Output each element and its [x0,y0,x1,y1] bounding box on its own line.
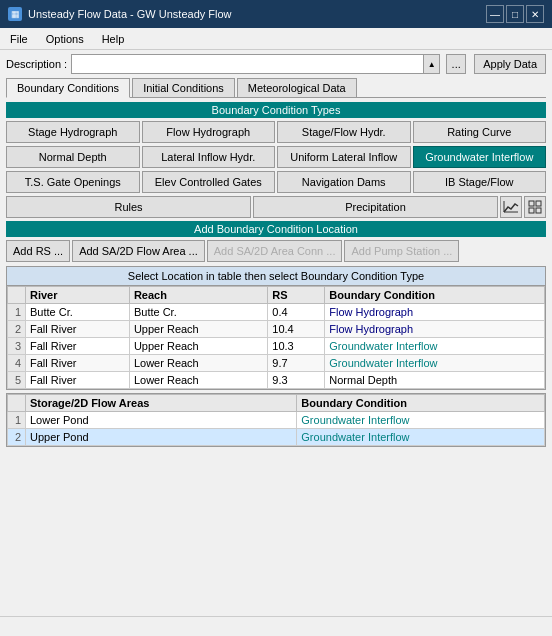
reach-cell: Upper Reach [129,321,267,338]
reach-cell: Upper Reach [129,338,267,355]
grid-icon-button[interactable] [524,196,546,218]
tabs-row: Boundary Conditions Initial Conditions M… [6,78,546,98]
bc-cell: Normal Depth [325,372,545,389]
svg-rect-5 [536,208,541,213]
storage-bc-cell: Groundwater Interflow [297,412,545,429]
rs-cell: 10.3 [268,338,325,355]
btn-elev-controlled[interactable]: Elev Controlled Gates [142,171,276,193]
btn-precipitation[interactable]: Precipitation [253,196,498,218]
btn-ts-gate-openings[interactable]: T.S. Gate Openings [6,171,140,193]
svg-rect-2 [529,201,534,206]
description-input[interactable] [71,54,424,74]
btn-stage-hydrograph[interactable]: Stage Hydrograph [6,121,140,143]
description-label: Description : [6,58,67,70]
table-row[interactable]: 5 Fall River Lower Reach 9.3 Normal Dept… [8,372,545,389]
window-title: Unsteady Flow Data - GW Unsteady Flow [28,8,232,20]
row-num: 2 [8,429,26,446]
table-row[interactable]: 4 Fall River Lower Reach 9.7 Groundwater… [8,355,545,372]
col-reach: Reach [129,287,267,304]
tab-boundary-conditions[interactable]: Boundary Conditions [6,78,130,98]
reach-cell: Butte Cr. [129,304,267,321]
rs-cell: 0.4 [268,304,325,321]
btn-flow-hydrograph[interactable]: Flow Hydrograph [142,121,276,143]
btn-lateral-inflow[interactable]: Lateral Inflow Hydr. [142,146,276,168]
table-row[interactable]: 1 Lower Pond Groundwater Interflow [8,412,545,429]
bc-cell: Flow Hydrograph [325,321,545,338]
add-pump-station-button[interactable]: Add Pump Station ... [344,240,459,262]
menu-options[interactable]: Options [42,32,88,46]
row-num: 4 [8,355,26,372]
maximize-button[interactable]: □ [506,5,524,23]
menu-file[interactable]: File [6,32,32,46]
svg-rect-4 [529,208,534,213]
spinner-up-button[interactable]: ▲ [424,54,440,74]
add-rs-button[interactable]: Add RS ... [6,240,70,262]
btn-uniform-lateral[interactable]: Uniform Lateral Inflow [277,146,411,168]
col-rs: RS [268,287,325,304]
status-bar [0,616,552,636]
row-num: 3 [8,338,26,355]
close-button[interactable]: ✕ [526,5,544,23]
reach-cell: Lower Reach [129,355,267,372]
btn-rules[interactable]: Rules [6,196,251,218]
river-table-header: Select Location in table then select Bou… [7,267,545,286]
btn-navigation-dams[interactable]: Navigation Dams [277,171,411,193]
minimize-button[interactable]: — [486,5,504,23]
add-sa-2d-button[interactable]: Add SA/2D Flow Area ... [72,240,205,262]
menu-help[interactable]: Help [98,32,129,46]
table-row[interactable]: 2 Upper Pond Groundwater Interflow [8,429,545,446]
river-cell: Fall River [26,372,130,389]
btn-ib-stage-flow[interactable]: IB Stage/Flow [413,171,547,193]
bc-types-grid-1: Stage Hydrograph Flow Hydrograph Stage/F… [6,121,546,143]
btn-groundwater-interflow[interactable]: Groundwater Interflow [413,146,547,168]
add-bc-header: Add Boundary Condition Location [6,221,546,237]
svg-rect-3 [536,201,541,206]
row-num: 5 [8,372,26,389]
btn-rating-curve[interactable]: Rating Curve [413,121,547,143]
col-num-storage [8,395,26,412]
bc-cell: Groundwater Interflow [325,355,545,372]
river-cell: Fall River [26,321,130,338]
window-icon: ▦ [8,7,22,21]
table-row[interactable]: 2 Fall River Upper Reach 10.4 Flow Hydro… [8,321,545,338]
reach-cell: Lower Reach [129,372,267,389]
menu-bar: File Options Help [0,28,552,50]
grid-icon [528,200,542,214]
tab-initial-conditions[interactable]: Initial Conditions [132,78,235,97]
bc-cell: Groundwater Interflow [325,338,545,355]
add-buttons-row: Add RS ... Add SA/2D Flow Area ... Add S… [6,240,546,262]
col-storage-bc: Boundary Condition [297,395,545,412]
apply-data-button[interactable]: Apply Data [474,54,546,74]
table-row[interactable]: 1 Butte Cr. Butte Cr. 0.4 Flow Hydrograp… [8,304,545,321]
row-num: 1 [8,304,26,321]
river-table-section: Select Location in table then select Bou… [6,266,546,390]
main-content: Description : ▲ ... Apply Data Boundary … [0,50,552,451]
add-sa-2d-conn-button[interactable]: Add SA/2D Area Conn ... [207,240,343,262]
bc-types-grid-2: Normal Depth Lateral Inflow Hydr. Unifor… [6,146,546,168]
col-bc: Boundary Condition [325,287,545,304]
rs-cell: 10.4 [268,321,325,338]
storage-table-section: Storage/2D Flow Areas Boundary Condition… [6,393,546,447]
bc-types-grid-3: T.S. Gate Openings Elev Controlled Gates… [6,171,546,193]
description-row: Description : ▲ ... Apply Data [6,54,546,74]
col-river: River [26,287,130,304]
dots-button[interactable]: ... [446,54,466,74]
bc-cell: Flow Hydrograph [325,304,545,321]
rs-cell: 9.7 [268,355,325,372]
river-cell: Butte Cr. [26,304,130,321]
river-cell: Fall River [26,338,130,355]
bc-types-header: Boundary Condition Types [6,102,546,118]
storage-area-cell: Upper Pond [26,429,297,446]
btn-stage-flow-hydr[interactable]: Stage/Flow Hydr. [277,121,411,143]
tab-meteorological-data[interactable]: Meteorological Data [237,78,357,97]
col-storage-area: Storage/2D Flow Areas [26,395,297,412]
btn-normal-depth[interactable]: Normal Depth [6,146,140,168]
river-cell: Fall River [26,355,130,372]
chart-icon [503,200,519,214]
table-row[interactable]: 3 Fall River Upper Reach 10.3 Groundwate… [8,338,545,355]
storage-area-cell: Lower Pond [26,412,297,429]
title-bar: ▦ Unsteady Flow Data - GW Unsteady Flow … [0,0,552,28]
chart-icon-button[interactable] [500,196,522,218]
row-num: 1 [8,412,26,429]
storage-table: Storage/2D Flow Areas Boundary Condition… [7,394,545,446]
